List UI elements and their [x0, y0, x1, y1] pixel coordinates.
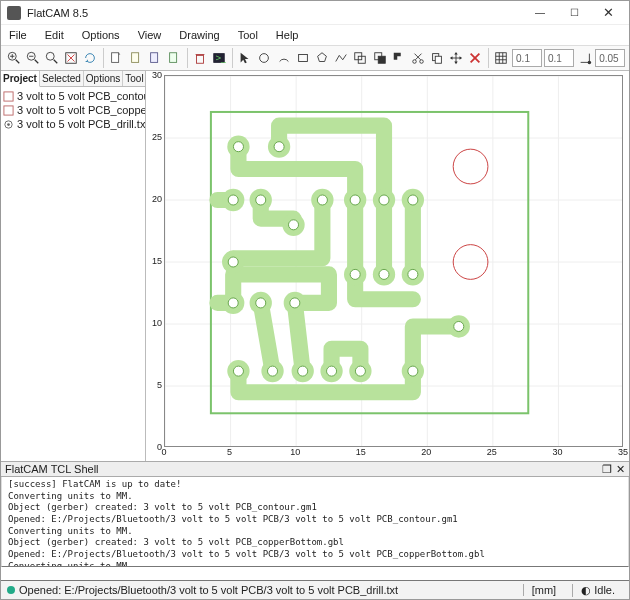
menu-file[interactable]: File [5, 27, 31, 43]
copy-icon[interactable] [428, 48, 445, 68]
move-icon[interactable] [448, 48, 465, 68]
intersect-icon[interactable] [371, 48, 388, 68]
title-bar: FlatCAM 8.5 — ☐ ✕ [1, 1, 629, 25]
svg-rect-12 [112, 53, 119, 63]
snap-dist-input[interactable]: 0.05 [595, 49, 625, 67]
add-polygon-icon[interactable] [313, 48, 330, 68]
plot-canvas[interactable] [164, 75, 623, 447]
menu-tool[interactable]: Tool [234, 27, 262, 43]
shell-undock-icon[interactable]: ❐ [602, 463, 612, 476]
tab-tool[interactable]: Tool [123, 71, 146, 86]
tree-item-label: 3 volt to 5 volt PCB_contour.gm1 [17, 90, 145, 102]
svg-point-107 [408, 269, 418, 279]
svg-point-83 [228, 298, 238, 308]
zoom-out-icon[interactable] [24, 48, 41, 68]
svg-rect-15 [170, 53, 177, 63]
svg-rect-16 [196, 55, 203, 63]
update-geometry-icon[interactable] [165, 48, 182, 68]
svg-rect-43 [4, 105, 13, 114]
x-axis: 05101520253035 [164, 447, 629, 461]
shell-icon[interactable]: >_ [211, 48, 228, 68]
svg-point-41 [587, 61, 591, 65]
delete-icon[interactable] [191, 48, 208, 68]
svg-text:>_: >_ [216, 52, 227, 63]
shell-header[interactable]: FlatCAM TCL Shell ❐✕ [1, 461, 629, 477]
svg-rect-36 [496, 53, 507, 64]
tree-item-drill[interactable]: 3 volt to 5 volt PCB_drill.txt [3, 117, 143, 131]
svg-point-27 [420, 60, 424, 64]
tree-item-contour[interactable]: 3 volt to 5 volt PCB_contour.gm1 [3, 89, 143, 103]
tab-project[interactable]: Project [1, 71, 40, 87]
shell-input[interactable] [1, 567, 629, 581]
menu-drawing[interactable]: Drawing [175, 27, 223, 43]
zoom-fit-icon[interactable] [43, 48, 60, 68]
edit-geometry-icon[interactable] [146, 48, 163, 68]
cut-path-icon[interactable] [409, 48, 426, 68]
svg-point-73 [350, 195, 360, 205]
select-icon[interactable] [237, 48, 254, 68]
svg-point-101 [454, 321, 464, 331]
svg-point-7 [46, 52, 54, 60]
shell-close-icon[interactable]: ✕ [616, 463, 625, 476]
svg-point-91 [268, 366, 278, 376]
status-idle-icon: ◐ [581, 584, 594, 596]
tab-selected[interactable]: Selected [40, 71, 84, 86]
add-arc-icon[interactable] [275, 48, 292, 68]
svg-point-69 [256, 195, 266, 205]
delete-shape-icon[interactable] [467, 48, 484, 68]
svg-point-77 [408, 195, 418, 205]
svg-point-99 [408, 366, 418, 376]
svg-line-8 [54, 60, 58, 64]
svg-rect-14 [150, 53, 157, 63]
svg-rect-42 [4, 91, 13, 100]
svg-rect-13 [131, 53, 138, 63]
close-button[interactable]: ✕ [591, 3, 625, 23]
menu-bar: File Edit Options View Drawing Tool Help [1, 25, 629, 45]
menu-edit[interactable]: Edit [41, 27, 68, 43]
tree-item-copper[interactable]: 3 volt to 5 volt PCB_copperBottom.gbl [3, 103, 143, 117]
svg-point-65 [274, 142, 284, 152]
status-message: Opened: E:/Projects/Bluetooth/3 volt to … [19, 584, 398, 596]
tab-options[interactable]: Options [84, 71, 123, 86]
toolbar: >_ 0.1 0.1 0.05 [1, 45, 629, 71]
svg-line-1 [15, 60, 19, 64]
excellon-icon [3, 119, 14, 130]
menu-help[interactable]: Help [272, 27, 303, 43]
menu-view[interactable]: View [134, 27, 166, 43]
svg-rect-31 [435, 56, 441, 63]
grid-toggle-icon[interactable] [493, 48, 510, 68]
status-dot-icon [7, 586, 15, 594]
svg-point-103 [350, 269, 360, 279]
snap-corner-icon[interactable] [576, 48, 593, 68]
subtract-icon[interactable] [390, 48, 407, 68]
replot-icon[interactable] [82, 48, 99, 68]
grid-y-input[interactable]: 0.1 [544, 49, 574, 67]
minimize-button[interactable]: — [523, 3, 557, 23]
shell-output[interactable]: [success] FlatCAM is up to date! Convert… [1, 477, 629, 567]
svg-point-85 [256, 298, 266, 308]
new-excellon-icon[interactable] [127, 48, 144, 68]
main-area: Project Selected Options Tool 3 volt to … [1, 71, 629, 461]
svg-point-81 [228, 257, 238, 267]
svg-line-5 [35, 60, 39, 64]
grid-x-input[interactable]: 0.1 [512, 49, 542, 67]
add-circle-icon[interactable] [256, 48, 273, 68]
plot-area[interactable]: 051015202530 05101520253035 [146, 71, 629, 461]
union-icon[interactable] [352, 48, 369, 68]
add-rectangle-icon[interactable] [294, 48, 311, 68]
sidebar: Project Selected Options Tool 3 volt to … [1, 71, 146, 461]
svg-rect-21 [298, 55, 307, 62]
svg-point-71 [317, 195, 327, 205]
gerber-icon [3, 91, 14, 102]
add-path-icon[interactable] [333, 48, 350, 68]
new-geometry-icon[interactable] [108, 48, 125, 68]
menu-options[interactable]: Options [78, 27, 124, 43]
svg-point-20 [260, 54, 269, 63]
zoom-in-icon[interactable] [5, 48, 22, 68]
svg-point-63 [233, 142, 243, 152]
svg-line-28 [415, 54, 421, 60]
maximize-button[interactable]: ☐ [557, 3, 591, 23]
svg-point-87 [290, 298, 300, 308]
status-state: Idle. [594, 584, 615, 596]
clear-plot-icon[interactable] [63, 48, 80, 68]
